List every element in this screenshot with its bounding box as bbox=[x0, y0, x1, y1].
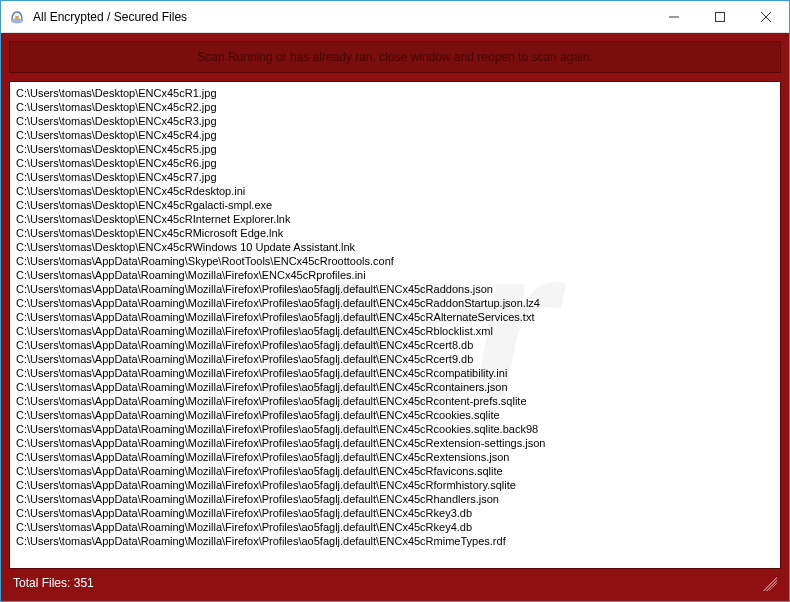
minimize-button[interactable] bbox=[651, 1, 697, 33]
list-item[interactable]: C:\Users\tomas\AppData\Roaming\Mozilla\F… bbox=[16, 408, 774, 422]
list-item[interactable]: C:\Users\tomas\AppData\Roaming\Mozilla\F… bbox=[16, 464, 774, 478]
list-item[interactable]: C:\Users\tomas\AppData\Roaming\Skype\Roo… bbox=[16, 254, 774, 268]
scan-status-banner: Scan Running or has already ran, close w… bbox=[9, 41, 781, 73]
list-item[interactable]: C:\Users\tomas\Desktop\ENCx45cR1.jpg bbox=[16, 86, 774, 100]
list-item[interactable]: C:\Users\tomas\AppData\Roaming\Mozilla\F… bbox=[16, 324, 774, 338]
list-item[interactable]: C:\Users\tomas\AppData\Roaming\Mozilla\F… bbox=[16, 520, 774, 534]
list-item[interactable]: C:\Users\tomas\AppData\Roaming\Mozilla\F… bbox=[16, 366, 774, 380]
svg-rect-1 bbox=[15, 16, 19, 20]
list-item[interactable]: C:\Users\tomas\AppData\Roaming\Mozilla\F… bbox=[16, 436, 774, 450]
total-files-text: Total Files: bbox=[13, 576, 70, 590]
list-item[interactable]: C:\Users\tomas\AppData\Roaming\Mozilla\F… bbox=[16, 352, 774, 366]
list-item[interactable]: C:\Users\tomas\Desktop\ENCx45cR6.jpg bbox=[16, 156, 774, 170]
total-files-label: Total Files: 351 bbox=[13, 576, 94, 590]
list-item[interactable]: C:\Users\tomas\AppData\Roaming\Mozilla\F… bbox=[16, 282, 774, 296]
list-item[interactable]: C:\Users\tomas\AppData\Roaming\Mozilla\F… bbox=[16, 450, 774, 464]
status-bar: Total Files: 351 bbox=[9, 569, 781, 593]
file-list[interactable]: C:\Users\tomas\Desktop\ENCx45cR1.jpgC:\U… bbox=[10, 82, 780, 568]
app-icon bbox=[9, 9, 25, 25]
list-item[interactable]: C:\Users\tomas\AppData\Roaming\Mozilla\F… bbox=[16, 394, 774, 408]
list-item[interactable]: C:\Users\tomas\AppData\Roaming\Mozilla\F… bbox=[16, 422, 774, 436]
list-item[interactable]: C:\Users\tomas\AppData\Roaming\Mozilla\F… bbox=[16, 478, 774, 492]
resize-grip-icon[interactable] bbox=[763, 577, 777, 591]
content-area: Scan Running or has already ran, close w… bbox=[1, 33, 789, 601]
list-item[interactable]: C:\Users\tomas\Desktop\ENCx45cR3.jpg bbox=[16, 114, 774, 128]
list-item[interactable]: C:\Users\tomas\AppData\Roaming\Mozilla\F… bbox=[16, 310, 774, 324]
list-item[interactable]: C:\Users\tomas\AppData\Roaming\Mozilla\F… bbox=[16, 492, 774, 506]
window-title: All Encrypted / Secured Files bbox=[33, 10, 651, 24]
list-item[interactable]: C:\Users\tomas\Desktop\ENCx45cR2.jpg bbox=[16, 100, 774, 114]
close-button[interactable] bbox=[743, 1, 789, 33]
svg-rect-3 bbox=[716, 13, 725, 22]
list-item[interactable]: C:\Users\tomas\Desktop\ENCx45cR5.jpg bbox=[16, 142, 774, 156]
titlebar: All Encrypted / Secured Files bbox=[1, 1, 789, 33]
list-item[interactable]: C:\Users\tomas\AppData\Roaming\Mozilla\F… bbox=[16, 268, 774, 282]
list-item[interactable]: C:\Users\tomas\Desktop\ENCx45cR7.jpg bbox=[16, 170, 774, 184]
total-files-value: 351 bbox=[74, 576, 94, 590]
list-item[interactable]: C:\Users\tomas\AppData\Roaming\Mozilla\F… bbox=[16, 534, 774, 548]
list-item[interactable]: C:\Users\tomas\AppData\Roaming\Mozilla\F… bbox=[16, 296, 774, 310]
file-list-container: pcr C:\Users\tomas\Desktop\ENCx45cR1.jpg… bbox=[9, 81, 781, 569]
list-item[interactable]: C:\Users\tomas\Desktop\ENCx45cRgalacti-s… bbox=[16, 198, 774, 212]
window-controls bbox=[651, 1, 789, 32]
list-item[interactable]: C:\Users\tomas\Desktop\ENCx45cR4.jpg bbox=[16, 128, 774, 142]
list-item[interactable]: C:\Users\tomas\AppData\Roaming\Mozilla\F… bbox=[16, 338, 774, 352]
maximize-button[interactable] bbox=[697, 1, 743, 33]
list-item[interactable]: C:\Users\tomas\Desktop\ENCx45cRInternet … bbox=[16, 212, 774, 226]
list-item[interactable]: C:\Users\tomas\Desktop\ENCx45cRdesktop.i… bbox=[16, 184, 774, 198]
list-item[interactable]: C:\Users\tomas\Desktop\ENCx45cRMicrosoft… bbox=[16, 226, 774, 240]
list-item[interactable]: C:\Users\tomas\AppData\Roaming\Mozilla\F… bbox=[16, 506, 774, 520]
list-item[interactable]: C:\Users\tomas\Desktop\ENCx45cRWindows 1… bbox=[16, 240, 774, 254]
list-item[interactable]: C:\Users\tomas\AppData\Roaming\Mozilla\F… bbox=[16, 380, 774, 394]
